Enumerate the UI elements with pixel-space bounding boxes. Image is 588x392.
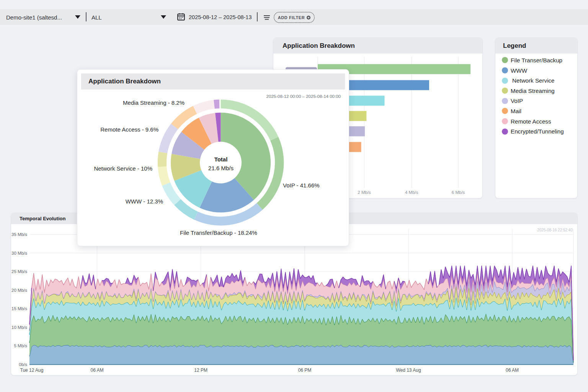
svg-text:10 Mb/s: 10 Mb/s (11, 325, 27, 330)
svg-text:2 Mb/s: 2 Mb/s (358, 190, 371, 195)
svg-text:6 Mb/s: 6 Mb/s (452, 190, 465, 195)
svg-text:06 PM: 06 PM (298, 368, 312, 373)
svg-text:12 PM: 12 PM (194, 368, 207, 373)
svg-text:25 Mb/s: 25 Mb/s (11, 269, 27, 274)
svg-text:Wed 13 Aug: Wed 13 Aug (396, 368, 421, 373)
svg-text:5 Mb/s: 5 Mb/s (14, 343, 27, 348)
svg-text:15 Mb/s: 15 Mb/s (11, 306, 27, 311)
svg-text:4 Mb/s: 4 Mb/s (405, 190, 418, 195)
svg-text:Tue 12 Aug: Tue 12 Aug (20, 368, 44, 373)
svg-text:30 Mb/s: 30 Mb/s (11, 251, 27, 255)
svg-text:06 AM: 06 AM (90, 368, 103, 373)
svg-text:06 AM: 06 AM (506, 368, 519, 373)
svg-text:35 Mb/s: 35 Mb/s (11, 232, 27, 237)
svg-text:20 Mb/s: 20 Mb/s (11, 288, 27, 293)
svg-text:0b/s: 0b/s (19, 362, 27, 367)
